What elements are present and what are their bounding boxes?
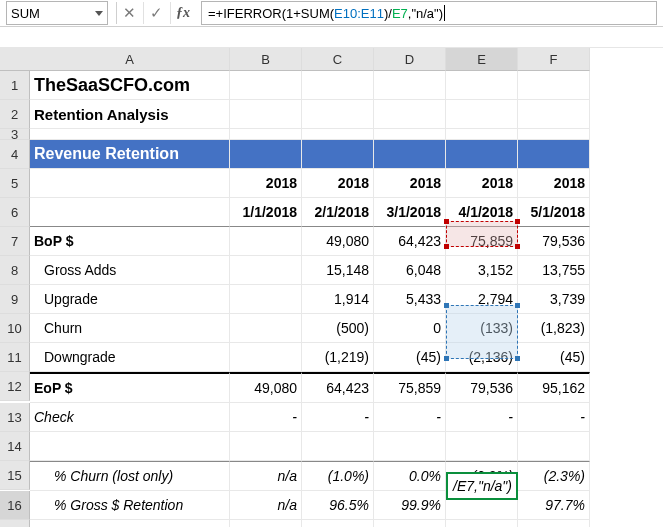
cell-c17[interactable]: 100.4% (302, 520, 374, 527)
cell-a14[interactable] (30, 432, 230, 461)
cell-c10[interactable]: (500) (302, 314, 374, 343)
cell-f3[interactable] (518, 129, 590, 140)
row-header-7[interactable]: 7 (0, 227, 30, 256)
cell-c12[interactable]: 64,423 (302, 372, 374, 403)
enter-formula-button[interactable]: ✓ (143, 2, 168, 24)
col-header-a[interactable]: A (30, 48, 230, 71)
cell-b6[interactable]: 1/1/2018 (230, 198, 302, 227)
cell-e4[interactable] (446, 140, 518, 169)
cell-b17[interactable]: n/a (230, 520, 302, 527)
cell-c6[interactable]: 2/1/2018 (302, 198, 374, 227)
row-header-11[interactable]: 11 (0, 343, 30, 372)
cell-d15[interactable]: 0.0% (374, 461, 446, 491)
cell-b1[interactable] (230, 71, 302, 100)
cell-e1[interactable] (446, 71, 518, 100)
cell-b9[interactable] (230, 285, 302, 314)
cell-c13[interactable]: - (302, 403, 374, 432)
cell-e14[interactable] (446, 432, 518, 461)
cell-a11[interactable]: Downgrade (30, 343, 230, 372)
cell-c16[interactable]: 96.5% (302, 491, 374, 520)
cell-a4[interactable]: Revenue Retention (30, 140, 230, 169)
cell-d7[interactable]: 64,423 (374, 227, 446, 256)
cell-e13[interactable]: - (446, 403, 518, 432)
cell-c4[interactable] (302, 140, 374, 169)
cell-e8[interactable]: 3,152 (446, 256, 518, 285)
cell-c3[interactable] (302, 129, 374, 140)
col-header-e[interactable]: E (446, 48, 518, 71)
cell-e12[interactable]: 79,536 (446, 372, 518, 403)
row-header-16[interactable]: 16 (0, 491, 30, 520)
cell-b2[interactable] (230, 100, 302, 129)
row-header-12[interactable]: 12 (0, 372, 30, 401)
formula-input[interactable]: =+IFERROR(1+SUM(E10:E11)/E7,"n/a") (201, 1, 657, 25)
cell-b5[interactable]: 2018 (230, 169, 302, 198)
cell-f6[interactable]: 5/1/2018 (518, 198, 590, 227)
cell-a8[interactable]: Gross Adds (30, 256, 230, 285)
row-header-10[interactable]: 10 (0, 314, 30, 343)
cell-a15[interactable]: % Churn (lost only) (30, 461, 230, 491)
cell-d14[interactable] (374, 432, 446, 461)
cell-f15[interactable]: (2.3%) (518, 461, 590, 491)
cell-b13[interactable]: - (230, 403, 302, 432)
cell-e7[interactable]: 75,859 (446, 227, 518, 256)
cell-c5[interactable]: 2018 (302, 169, 374, 198)
col-header-f[interactable]: F (518, 48, 590, 71)
row-header-15[interactable]: 15 (0, 461, 30, 490)
row-header-2[interactable]: 2 (0, 100, 30, 129)
cell-d17[interactable]: 108.4% (374, 520, 446, 527)
cell-f2[interactable] (518, 100, 590, 129)
cell-b7[interactable] (230, 227, 302, 256)
col-header-b[interactable]: B (230, 48, 302, 71)
cell-d4[interactable] (374, 140, 446, 169)
cell-e6[interactable]: 4/1/2018 (446, 198, 518, 227)
row-header-5[interactable]: 5 (0, 169, 30, 198)
cell-e11[interactable]: (2,136) (446, 343, 518, 372)
cell-b8[interactable] (230, 256, 302, 285)
col-header-d[interactable]: D (374, 48, 446, 71)
row-header-14[interactable]: 14 (0, 432, 30, 461)
row-header-3[interactable]: 3 (0, 129, 30, 140)
cell-c1[interactable] (302, 71, 374, 100)
cell-d8[interactable]: 6,048 (374, 256, 446, 285)
cell-d6[interactable]: 3/1/2018 (374, 198, 446, 227)
cell-b15[interactable]: n/a (230, 461, 302, 491)
row-header-6[interactable]: 6 (0, 198, 30, 227)
cell-d1[interactable] (374, 71, 446, 100)
cell-a13[interactable]: Check (30, 403, 230, 432)
cell-f11[interactable]: (45) (518, 343, 590, 372)
col-header-c[interactable]: C (302, 48, 374, 71)
cell-f17[interactable]: 102.4% (518, 520, 590, 527)
cell-c11[interactable]: (1,219) (302, 343, 374, 372)
row-header-8[interactable]: 8 (0, 256, 30, 285)
cell-d16[interactable]: 99.9% (374, 491, 446, 520)
cell-c8[interactable]: 15,148 (302, 256, 374, 285)
cell-d2[interactable] (374, 100, 446, 129)
cell-a5[interactable] (30, 169, 230, 198)
cell-b11[interactable] (230, 343, 302, 372)
cell-a7[interactable]: BoP $ (30, 227, 230, 256)
cell-a2[interactable]: Retention Analysis (30, 100, 230, 129)
active-cell-e16[interactable]: /E7,"n/a") (446, 472, 518, 500)
cell-f4[interactable] (518, 140, 590, 169)
cell-e17[interactable]: 100.7% (446, 520, 518, 527)
select-all-corner[interactable] (0, 48, 31, 71)
cell-a16[interactable]: % Gross $ Retention (30, 491, 230, 520)
cell-b14[interactable] (230, 432, 302, 461)
cell-a1[interactable]: TheSaaSCFO.com (30, 71, 230, 100)
cell-d3[interactable] (374, 129, 446, 140)
cell-f5[interactable]: 2018 (518, 169, 590, 198)
cell-c15[interactable]: (1.0%) (302, 461, 374, 491)
cell-e5[interactable]: 2018 (446, 169, 518, 198)
cell-b16[interactable]: n/a (230, 491, 302, 520)
cell-c14[interactable] (302, 432, 374, 461)
cell-a17[interactable]: % Net $ Retention (30, 520, 230, 527)
cell-e3[interactable] (446, 129, 518, 140)
cell-f12[interactable]: 95,162 (518, 372, 590, 403)
cell-a10[interactable]: Churn (30, 314, 230, 343)
cell-f13[interactable]: - (518, 403, 590, 432)
cell-e10[interactable]: (133) (446, 314, 518, 343)
cell-d10[interactable]: 0 (374, 314, 446, 343)
cell-e9[interactable]: 2,794 (446, 285, 518, 314)
cell-c9[interactable]: 1,914 (302, 285, 374, 314)
cell-f10[interactable]: (1,823) (518, 314, 590, 343)
